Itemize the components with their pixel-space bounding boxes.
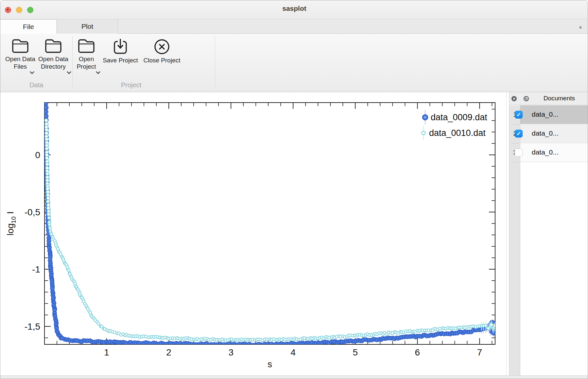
svg-text:data_0009.dat: data_0009.dat [431,112,487,122]
ribbon: Open Data Files Open Data Directory Open [0,34,588,92]
close-panel-icon[interactable]: ✕ [511,96,517,101]
folder-icon [77,38,95,54]
app-window: sasplot File Plot ▲ Open Data Files Open… [0,0,588,379]
save-project-button[interactable]: Save Project [100,36,141,64]
svg-text:-1,5: -1,5 [25,321,40,332]
svg-text:data_0010.dat: data_0010.dat [429,128,486,138]
ribbon-collapse-button[interactable]: ▲ [577,23,584,30]
open-data-files-button[interactable]: Open Data Files [2,36,39,70]
button-label-line1: Open Data [2,55,39,63]
folder-icon [44,38,62,54]
tab-file[interactable]: File [0,19,57,34]
svg-text:2: 2 [166,347,171,357]
svg-text:7: 7 [477,347,482,357]
close-circle-icon [153,38,170,55]
svg-text:4: 4 [290,347,296,357]
button-label-line2: Directory [35,63,72,70]
scatter-plot: 12345670-0,5-1-1,5slog10 Idata_0009.datd… [0,92,506,375]
svg-text:-0,5: -0,5 [25,207,40,217]
main-area: 12345670-0,5-1-1,5slog10 Idata_0009.datd… [0,92,588,375]
check-icon: ✓ [516,131,521,137]
svg-text:log10 I: log10 I [5,211,17,236]
documents-panel-header: ✕ Documents [510,92,588,105]
ribbon-group-label-project: Project [108,81,154,89]
tab-plot[interactable]: Plot [57,19,118,34]
documents-panel: ✕ Documents 1 ✓ data_0... [509,92,588,375]
group-separator [215,36,215,89]
document-visibility-checkbox[interactable]: ✓ [515,111,523,119]
svg-text:3: 3 [228,347,233,357]
open-project-button[interactable]: Open Project [70,36,103,70]
float-panel-icon[interactable] [524,96,529,101]
group-separator [72,36,73,89]
document-name: data_0... [532,129,559,137]
documents-panel-title: Documents [532,95,586,102]
svg-text:s: s [268,359,272,369]
window-title: sasplot [0,5,588,12]
document-visibility-checkbox[interactable]: ✓ [515,130,523,138]
document-row[interactable]: 1 ✓ data_0... [510,105,588,124]
svg-text:5: 5 [353,347,358,357]
chevron-down-icon[interactable] [66,71,72,74]
save-icon [112,38,129,55]
button-label-line1: Save Project [100,57,141,64]
document-row[interactable]: 2 ✓ data_0... [510,124,588,143]
document-name: data_0... [532,110,559,118]
check-icon: ✓ [516,112,521,118]
document-row[interactable]: 3 ✓ data_0... [510,143,588,162]
folder-icon [11,38,29,54]
restore-icon [524,96,529,101]
row-separator [511,162,519,162]
chevron-down-icon[interactable] [95,71,101,74]
svg-text:-1: -1 [32,264,40,274]
button-label-line1: Open [70,55,103,63]
svg-text:1: 1 [104,347,109,357]
ribbon-group-label-data: Data [18,81,54,89]
document-name: data_0... [532,148,559,156]
button-label-line1: Close Project [140,57,183,64]
panel-splitter[interactable] [506,92,507,375]
open-data-directory-button[interactable]: Open Data Directory [35,36,72,70]
close-project-button[interactable]: Close Project [140,36,183,64]
svg-text:6: 6 [415,347,420,357]
title-bar: sasplot [0,0,588,19]
svg-text:0: 0 [35,150,40,160]
button-label-line2: Files [2,63,39,70]
button-label-line2: Project [70,63,103,70]
status-strip [0,375,588,379]
ribbon-tab-bar: File Plot ▲ [0,19,588,34]
plot-canvas[interactable]: 12345670-0,5-1-1,5slog10 Idata_0009.datd… [0,92,506,375]
document-visibility-checkbox[interactable]: ✓ [515,149,523,157]
button-label-line1: Open Data [35,55,72,63]
chevron-down-icon[interactable] [29,71,35,74]
